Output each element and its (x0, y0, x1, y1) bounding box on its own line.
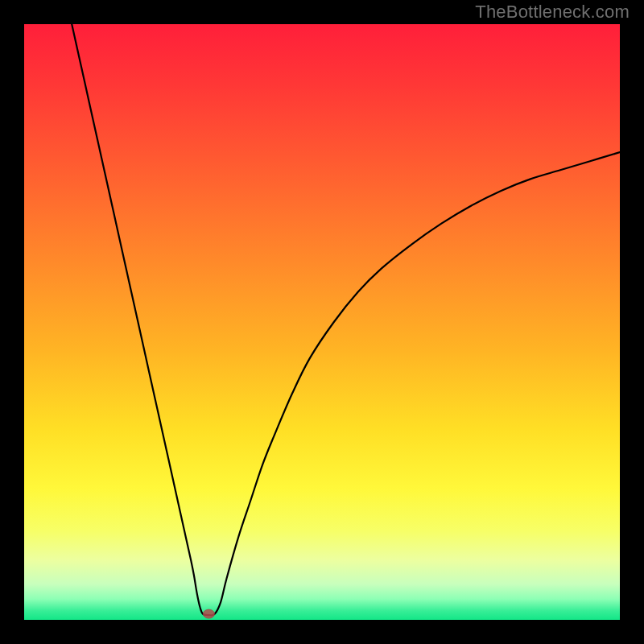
chart-frame: TheBottleneck.com (0, 0, 644, 644)
optimal-point-marker (203, 609, 214, 618)
bottleneck-chart (24, 24, 620, 620)
watermark-text: TheBottleneck.com (475, 2, 630, 23)
plot-area (24, 24, 620, 620)
gradient-background (24, 24, 620, 620)
